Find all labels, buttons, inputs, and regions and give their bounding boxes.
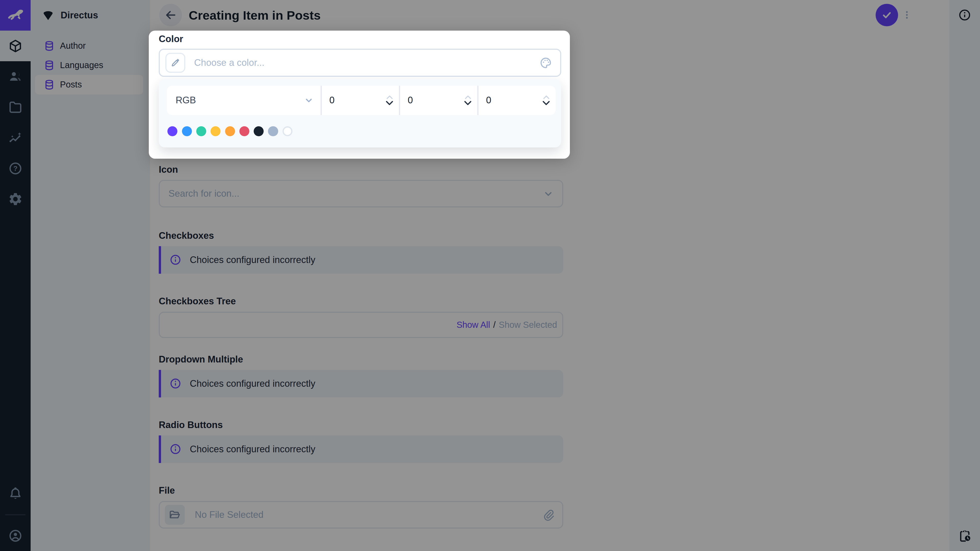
step-up-icon[interactable] xyxy=(464,94,472,100)
swatch-yellow[interactable] xyxy=(210,126,221,136)
channel-r-cell xyxy=(322,86,399,115)
palette-button[interactable] xyxy=(539,57,552,69)
color-picker-menu: RGB xyxy=(159,79,561,148)
color-mode-select[interactable]: RGB xyxy=(167,86,321,115)
step-down-icon[interactable] xyxy=(542,100,550,106)
color-field-label: Color xyxy=(159,34,183,44)
channel-b-input[interactable] xyxy=(479,95,516,106)
channel-g-input[interactable] xyxy=(400,95,438,106)
swatch-orange[interactable] xyxy=(225,126,235,136)
channel-inputs: RGB xyxy=(167,86,555,115)
swatch-purple[interactable] xyxy=(167,126,177,136)
swatch-white[interactable] xyxy=(283,126,293,136)
color-mode-value: RGB xyxy=(176,95,196,106)
channel-r-input[interactable] xyxy=(322,95,360,106)
eyedropper-button[interactable] xyxy=(165,53,185,73)
step-down-icon[interactable] xyxy=(463,100,472,106)
channel-b-cell xyxy=(479,86,555,115)
swatch-black[interactable] xyxy=(254,126,264,136)
eyedropper-icon xyxy=(170,57,181,68)
swatch-gray[interactable] xyxy=(268,126,278,136)
swatch-green[interactable] xyxy=(196,126,206,136)
step-up-icon[interactable] xyxy=(542,94,550,100)
channel-g-cell xyxy=(400,86,477,115)
chevron-down-icon xyxy=(303,95,314,106)
step-up-icon[interactable] xyxy=(386,94,393,100)
swatch-blue[interactable] xyxy=(182,126,192,136)
color-value-input[interactable] xyxy=(185,57,539,68)
step-down-icon[interactable] xyxy=(385,100,394,106)
color-field-popup: Color RGB xyxy=(149,30,570,159)
palette-icon xyxy=(539,57,552,69)
swatch-red[interactable] xyxy=(239,126,249,136)
swatch-row xyxy=(167,126,293,136)
color-input[interactable] xyxy=(159,49,561,77)
